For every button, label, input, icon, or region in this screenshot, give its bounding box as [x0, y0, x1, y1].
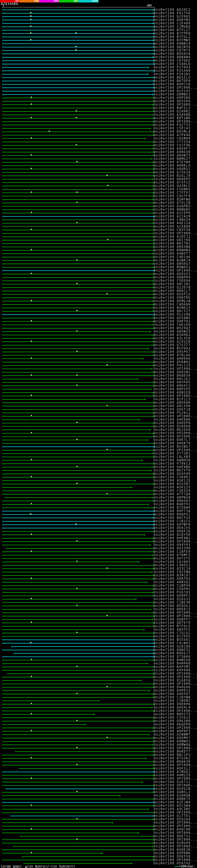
hit-accession-label[interactable]: UniRef100_O73666	[154, 655, 197, 658]
hit-accession-label[interactable]: UniRef100_Q98TH5	[154, 296, 197, 299]
hit-accession-label[interactable]: UniRef100_Q6BPH9	[154, 276, 197, 279]
hit-accession-label[interactable]: UniRef100_Q7XLI8	[154, 202, 197, 205]
alignment-row[interactable]: UniRef100_C5Q0L8	[0, 62, 197, 66]
alignment-bar[interactable]	[2, 643, 154, 644]
hit-accession-label[interactable]: UniRef100_UPI000...	[154, 845, 197, 848]
alignment-bar[interactable]	[2, 213, 153, 213]
alignment-row[interactable]: UniRef100_C4Q666	[0, 303, 197, 306]
hit-accession-label[interactable]: UniRef100_Q7ZVV5	[154, 635, 197, 638]
hit-accession-label[interactable]: UniRef100_Q5A590	[154, 472, 197, 475]
hit-accession-label[interactable]: UniRef100_A6RDP5	[154, 178, 197, 181]
alignment-row[interactable]: UniRef100_B6A639	[0, 760, 197, 763]
alignment-row[interactable]: UniRef100_Q40PF2	[0, 594, 197, 597]
alignment-bar[interactable]	[2, 233, 152, 234]
alignment-bar[interactable]	[2, 568, 153, 569]
alignment-row[interactable]: UniRef100_C7FFX1	[0, 191, 197, 194]
alignment-row[interactable]: UniRef100_B2Y113	[0, 398, 197, 401]
alignment-bar[interactable]	[2, 115, 152, 115]
alignment-row[interactable]: UniRef100_C1BEN7	[0, 699, 197, 702]
alignment-bar[interactable]	[2, 277, 153, 278]
alignment-row[interactable]: UniRef100_Q09JV5	[0, 526, 197, 530]
hit-accession-label[interactable]: UniRef100_A6QDP0	[154, 723, 197, 726]
alignment-row[interactable]: UniRef100_C4LW92	[0, 641, 197, 645]
alignment-bar[interactable]	[2, 504, 148, 505]
hit-accession-label[interactable]: UniRef100_C7FFX1	[154, 191, 197, 194]
hit-accession-label[interactable]: UniRef100_Q4E9B6	[154, 466, 197, 469]
hit-accession-label[interactable]: UniRef100_A8BH30	[154, 459, 197, 462]
alignment-row[interactable]: UniRef100_A4M2Z5	[0, 773, 197, 777]
alignment-bar[interactable]	[2, 491, 153, 491]
alignment-bar[interactable]	[2, 318, 153, 318]
alignment-bar[interactable]	[2, 402, 153, 403]
alignment-row[interactable]: UniRef100_A7EYW4	[0, 160, 197, 164]
alignment-row[interactable]: UniRef100_B5DGG1	[0, 604, 197, 608]
hit-accession-label[interactable]: UniRef100_Q06712	[154, 835, 197, 838]
alignment-bar[interactable]	[2, 138, 145, 139]
alignment-bar[interactable]	[2, 805, 153, 806]
hit-accession-label[interactable]: UniRef100_C5PJ43	[154, 127, 197, 130]
hit-accession-label[interactable]: UniRef100_P16181	[154, 73, 197, 76]
alignment-bar[interactable]	[2, 321, 153, 322]
hit-accession-label[interactable]: UniRef100_A9P0F3	[154, 730, 197, 733]
hit-accession-label[interactable]: UniRef100_C5DPH1	[154, 588, 197, 591]
hit-accession-label[interactable]: UniRef100_Q1H9R1	[154, 110, 197, 113]
hit-accession-label[interactable]: UniRef100_A1CEP6	[154, 212, 197, 215]
alignment-row[interactable]: UniRef100_B8ITB1	[0, 242, 197, 245]
hit-accession-label[interactable]: UniRef100_Q4DEP8	[154, 422, 197, 425]
alignment-row[interactable]: UniRef100_B6DDS6	[0, 374, 197, 377]
alignment-bar[interactable]	[2, 176, 153, 176]
alignment-bar[interactable]	[2, 626, 153, 627]
alignment-bar[interactable]	[2, 13, 154, 13]
hit-accession-label[interactable]: UniRef100_Q06B79	[154, 442, 197, 445]
alignment-bar[interactable]	[2, 396, 153, 396]
alignment-bar[interactable]	[2, 443, 153, 444]
hit-accession-label[interactable]: UniRef100_UPI000...	[154, 747, 197, 750]
hit-accession-label[interactable]: UniRef100_Q9MBX1	[154, 93, 197, 96]
alignment-row[interactable]: UniRef100_A6RKL6	[0, 164, 197, 167]
hit-accession-label[interactable]: UniRef100_C4R146	[154, 255, 197, 259]
alignment-bar[interactable]	[2, 663, 147, 664]
alignment-row[interactable]: UniRef100_Q5DEK8	[0, 425, 197, 428]
alignment-row[interactable]: UniRef100_Q2V9Q5	[0, 15, 197, 18]
alignment-row[interactable]: UniRef100_B8NU05	[0, 208, 197, 211]
alignment-row[interactable]: UniRef100_UPI000...	[0, 120, 197, 123]
hit-accession-label[interactable]: UniRef100_C4JQ65	[154, 560, 197, 563]
hit-accession-label[interactable]: UniRef100_A5K125	[154, 479, 197, 482]
alignment-row[interactable]: UniRef100_UPI000...	[0, 448, 197, 452]
hit-accession-label[interactable]: UniRef100_C3KH12	[154, 564, 197, 567]
alignment-bar[interactable]	[2, 54, 154, 54]
alignment-bar[interactable]	[2, 772, 154, 772]
alignment-row[interactable]: UniRef100_A9P0F3	[0, 730, 197, 733]
alignment-row[interactable]: UniRef100_B8MGZ7	[0, 157, 197, 160]
hit-accession-label[interactable]: UniRef100_UPI000...	[154, 726, 197, 730]
hit-accession-label[interactable]: UniRef100_B6A639	[154, 760, 197, 763]
alignment-bar[interactable]	[2, 304, 153, 305]
hit-accession-label[interactable]: UniRef100_Q09JV5	[154, 527, 197, 530]
alignment-bar[interactable]	[2, 802, 154, 803]
hit-accession-label[interactable]: UniRef100_C7YIG9	[154, 141, 197, 144]
alignment-bar[interactable]	[2, 677, 153, 677]
alignment-row[interactable]: UniRef100_B2WYN8	[0, 198, 197, 201]
hit-accession-label[interactable]: UniRef100_A7SG26	[154, 171, 197, 174]
hit-accession-label[interactable]: UniRef100_B6JYT6	[154, 469, 197, 472]
hit-accession-label[interactable]: UniRef100_UPI000...	[154, 682, 197, 685]
alignment-row[interactable]: UniRef100_Q2V1V5	[0, 89, 197, 93]
alignment-bar[interactable]	[2, 416, 153, 416]
alignment-bar[interactable]	[2, 250, 153, 251]
alignment-row[interactable]: UniRef100_UPI000...	[0, 838, 197, 841]
alignment-row[interactable]: UniRef100_B7FDL5	[0, 624, 197, 628]
alignment-row[interactable]: UniRef100_C4JQ65	[0, 560, 197, 563]
hit-accession-label[interactable]: UniRef100_B5FU92	[154, 347, 197, 350]
alignment-row[interactable]: UniRef100_Q06B79	[0, 441, 197, 445]
hit-accession-label[interactable]: UniRef100_B0E613	[154, 608, 197, 611]
hit-accession-label[interactable]: UniRef100_C6TH75	[154, 49, 197, 52]
hit-accession-label[interactable]: UniRef100_A8PW16	[154, 496, 197, 499]
hit-accession-label[interactable]: UniRef100_Q43399	[154, 547, 197, 550]
hit-accession-label[interactable]: UniRef100_A0D4Y2	[154, 384, 197, 388]
alignment-row[interactable]: UniRef100_A9NWV1	[0, 740, 197, 743]
alignment-row[interactable]: UniRef100_A4E154	[0, 221, 197, 225]
hit-accession-label[interactable]: UniRef100_B7FDL5	[154, 625, 197, 628]
alignment-bar[interactable]	[2, 762, 153, 762]
alignment-bar[interactable]	[2, 460, 141, 461]
alignment-bar[interactable]	[2, 182, 153, 183]
